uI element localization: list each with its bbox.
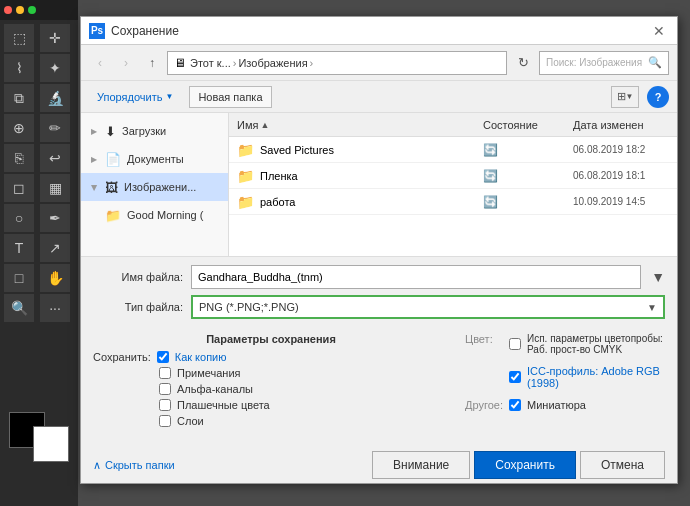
refresh-button[interactable]: ↻ <box>511 51 535 75</box>
save-checkbox-row: Сохранить: Как копию <box>93 351 449 363</box>
filetype-select[interactable]: PNG (*.PNG;*.PNG) ▼ <box>191 295 665 319</box>
proof-label: Исп. параметры цветопробы: Раб. прост-во… <box>527 333 665 355</box>
hide-folders-arrow-icon: ∧ <box>93 459 101 472</box>
icc-checkbox-row: ICC-профиль: Adobe RGB (1998) <box>509 365 665 389</box>
icc-checkbox[interactable] <box>509 371 521 383</box>
new-folder-button[interactable]: Новая папка <box>189 86 271 108</box>
header-name[interactable]: Имя ▲ <box>229 119 477 131</box>
arrange-button[interactable]: Упорядочить ▼ <box>89 86 181 108</box>
thumbnail-checkbox-row: Миниатюра <box>509 399 586 411</box>
ps-app-icon: Ps <box>89 23 105 39</box>
tool-lasso[interactable]: ⌇ <box>4 54 34 82</box>
arrange-label: Упорядочить <box>97 91 162 103</box>
save-label: Сохранить: <box>93 351 151 363</box>
file-state-0: 🔄 <box>477 143 567 157</box>
tool-burn[interactable]: ○ <box>4 204 34 232</box>
nav-item-images[interactable]: ▶ 🖼 Изображени... <box>81 173 228 201</box>
view-button[interactable]: ⊞ ▼ <box>611 86 639 108</box>
file-row-0[interactable]: 📁 Saved Pictures 🔄 06.08.2019 18:2 <box>229 137 677 163</box>
sync-icon-1: 🔄 <box>483 169 498 183</box>
tool-eyedrop[interactable]: 🔬 <box>40 84 70 112</box>
filename-input[interactable] <box>191 265 641 289</box>
images-icon: 🖼 <box>105 180 118 195</box>
file-name-2: 📁 работа <box>229 194 477 210</box>
sort-arrow-icon: ▲ <box>260 120 269 130</box>
filetype-dropdown-icon: ▼ <box>647 302 657 313</box>
hide-folders-row[interactable]: ∧ Скрыть папки Внимание Сохранить Отмена <box>81 447 677 483</box>
tool-text[interactable]: T <box>4 234 34 262</box>
save-dialog: Ps Сохранение ✕ ‹ › ↑ 🖥 Этот к... › Изоб… <box>80 16 678 484</box>
layers-label: Слои <box>177 415 204 427</box>
close-button[interactable]: ✕ <box>649 21 669 41</box>
tool-hand[interactable]: ✋ <box>40 264 70 292</box>
dialog-title: Сохранение <box>111 24 643 38</box>
view-icon: ⊞ <box>617 90 626 103</box>
file-row-1[interactable]: 📁 Пленка 🔄 06.08.2019 18:1 <box>229 163 677 189</box>
tool-gradient[interactable]: ▦ <box>40 174 70 202</box>
tool-move[interactable]: ✛ <box>40 24 70 52</box>
filetype-value: PNG (*.PNG;*.PNG) <box>199 301 299 313</box>
notes-checkbox-row: Примечания <box>93 367 449 379</box>
search-icon[interactable]: 🔍 <box>648 56 662 69</box>
tool-shape[interactable]: □ <box>4 264 34 292</box>
header-state[interactable]: Состояние <box>477 119 567 131</box>
save-button[interactable]: Сохранить <box>474 451 576 479</box>
tool-crop[interactable]: ⧉ <box>4 84 34 112</box>
up-button[interactable]: ↑ <box>141 52 163 74</box>
nav-item-downloads[interactable]: ▶ ⬇ Загрузки <box>81 117 228 145</box>
folder-icon-2: 📁 <box>237 194 254 210</box>
help-button[interactable]: ? <box>647 86 669 108</box>
color-picker[interactable] <box>9 412 69 462</box>
arrange-arrow-icon: ▼ <box>165 92 173 101</box>
save-options-right: Цвет: Исп. параметры цветопробы: Раб. пр… <box>465 333 665 431</box>
save-options-left: Параметры сохранения Сохранить: Как копи… <box>93 333 449 431</box>
alpha-checkbox-row: Альфа-каналы <box>93 383 449 395</box>
new-folder-label: Новая папка <box>198 91 262 103</box>
tool-dots[interactable]: ··· <box>40 294 70 322</box>
forward-button[interactable]: › <box>115 52 137 74</box>
tool-marquee[interactable]: ⬚ <box>4 24 34 52</box>
tool-history[interactable]: ↩ <box>40 144 70 172</box>
copy-checkbox[interactable] <box>157 351 169 363</box>
notes-label: Примечания <box>177 367 241 379</box>
file-name-0: 📁 Saved Pictures <box>229 142 477 158</box>
alpha-checkbox[interactable] <box>159 383 171 395</box>
file-date-1: 06.08.2019 18:1 <box>567 170 677 181</box>
nav-item-goodmorning[interactable]: ▶ 📁 Good Morning ( <box>81 201 228 229</box>
layers-checkbox[interactable] <box>159 415 171 427</box>
tool-magic[interactable]: ✦ <box>40 54 70 82</box>
dialog-titlebar: Ps Сохранение ✕ <box>81 17 677 45</box>
folder-icon-0: 📁 <box>237 142 254 158</box>
search-placeholder: Поиск: Изображения <box>546 57 642 68</box>
tool-stamp[interactable]: ⎘ <box>4 144 34 172</box>
proof-checkbox[interactable] <box>509 338 521 350</box>
thumbnail-checkbox[interactable] <box>509 399 521 411</box>
hide-folders-label: Скрыть папки <box>105 459 175 471</box>
spot-checkbox-row: Плашечные цвета <box>93 399 449 411</box>
filename-dropdown-icon[interactable]: ▼ <box>651 269 665 285</box>
nav-item-documents[interactable]: ▶ 📄 Документы <box>81 145 228 173</box>
layers-checkbox-row: Слои <box>93 415 449 427</box>
spot-checkbox[interactable] <box>159 399 171 411</box>
tool-spot[interactable]: ⊕ <box>4 114 34 142</box>
tool-eraser[interactable]: ◻ <box>4 174 34 202</box>
dialog-content: ▶ ⬇ Загрузки ▶ 📄 Документы ▶ 🖼 Изображен… <box>81 113 677 256</box>
back-button[interactable]: ‹ <box>89 52 111 74</box>
search-box[interactable]: Поиск: Изображения 🔍 <box>539 51 669 75</box>
file-name-1: 📁 Пленка <box>229 168 477 184</box>
tool-zoom[interactable]: 🔍 <box>4 294 34 322</box>
tool-brush[interactable]: ✏ <box>40 114 70 142</box>
file-state-2: 🔄 <box>477 195 567 209</box>
header-date[interactable]: Дата изменен <box>567 119 677 131</box>
address-bar[interactable]: 🖥 Этот к... › Изображения › <box>167 51 507 75</box>
tool-pen[interactable]: ✒ <box>40 204 70 232</box>
notes-checkbox[interactable] <box>159 367 171 379</box>
address-icon: 🖥 <box>174 56 186 70</box>
proof-checkbox-row: Исп. параметры цветопробы: Раб. прост-во… <box>509 333 665 355</box>
ps-toolbar-tools: ⬚ ✛ ⌇ ✦ ⧉ 🔬 ⊕ ✏ ⎘ ↩ ◻ ▦ ○ ✒ T ↗ □ ✋ 🔍 ··… <box>0 20 78 408</box>
tool-path[interactable]: ↗ <box>40 234 70 262</box>
attention-button[interactable]: Внимание <box>372 451 470 479</box>
background-color[interactable] <box>33 426 69 462</box>
cancel-button[interactable]: Отмена <box>580 451 665 479</box>
file-row-2[interactable]: 📁 работа 🔄 10.09.2019 14:5 <box>229 189 677 215</box>
